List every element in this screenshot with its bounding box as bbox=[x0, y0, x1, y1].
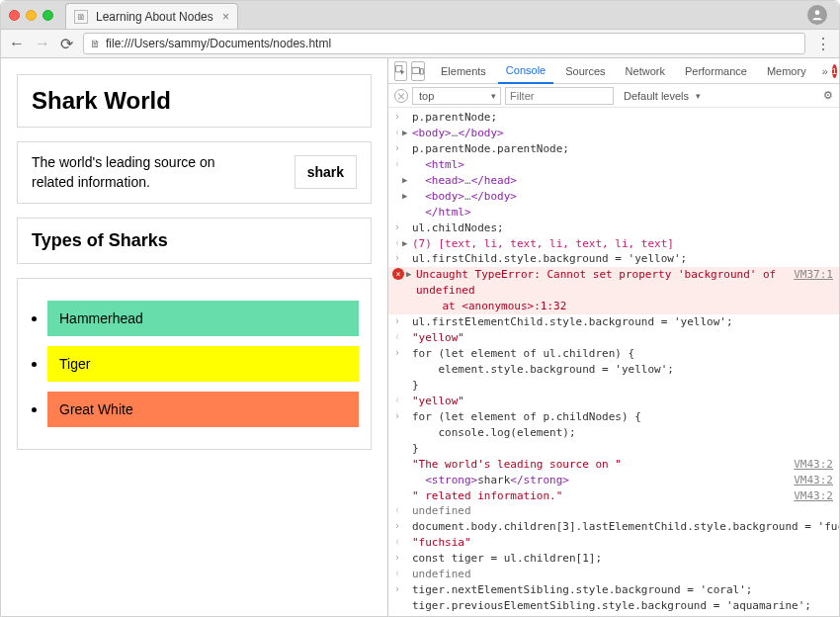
console-text: <strong>shark</strong> bbox=[412, 473, 786, 488]
console-text: "The world's leading source on " bbox=[412, 457, 786, 473]
expand-icon bbox=[402, 503, 412, 519]
page-icon: 🗎 bbox=[74, 10, 88, 24]
clear-console-icon[interactable] bbox=[394, 89, 408, 103]
titlebar: 🗎 Learning About Nodes × bbox=[1, 1, 839, 29]
output-marker-icon bbox=[392, 126, 402, 141]
console-row: ▶(7) [text, li, text, li, text, li, text… bbox=[388, 236, 839, 252]
console-row: p.parentNode.parentNode; bbox=[388, 141, 839, 157]
console-text: (7) [text, li, text, li, text, li, text] bbox=[412, 236, 833, 252]
file-icon: 🗎 bbox=[90, 38, 101, 49]
console-text: Uncaught TypeError: Cannot set property … bbox=[416, 267, 786, 314]
back-button[interactable]: ← bbox=[9, 35, 25, 52]
tab-title: Learning About Nodes bbox=[96, 10, 213, 24]
source-link[interactable]: VM43:2 bbox=[786, 488, 833, 504]
profile-avatar-icon[interactable] bbox=[807, 5, 827, 25]
strong-shark: shark bbox=[294, 155, 357, 189]
more-tabs-icon[interactable]: » bbox=[822, 65, 828, 77]
address-bar[interactable]: 🗎 file:///Users/sammy/Documents/nodes.ht… bbox=[83, 33, 805, 54]
expand-icon bbox=[402, 330, 412, 346]
expand-icon[interactable]: ▶ bbox=[406, 267, 416, 314]
console-row: ×▶Uncaught TypeError: Cannot set propert… bbox=[388, 267, 839, 314]
console-row: ▶<body>…</body> bbox=[388, 126, 839, 141]
input-marker-icon bbox=[392, 582, 402, 614]
device-toggle-icon[interactable] bbox=[411, 61, 425, 81]
console-settings-icon[interactable]: ⚙ bbox=[823, 89, 833, 102]
console-row: " related information."VM43:2 bbox=[388, 488, 839, 504]
toolbar: ← → ⟳ 🗎 file:///Users/sammy/Documents/no… bbox=[1, 29, 839, 58]
input-marker-icon bbox=[392, 314, 402, 330]
log-levels-selector[interactable]: Default levels bbox=[618, 87, 703, 105]
console-text: undefined bbox=[412, 503, 833, 519]
devtools-panel: ElementsConsoleSourcesNetworkPerformance… bbox=[388, 58, 839, 616]
expand-icon bbox=[402, 346, 412, 394]
svg-point-0 bbox=[815, 10, 820, 15]
console-row: tiger.nextElementSibling.style.backgroun… bbox=[388, 582, 839, 614]
input-marker-icon bbox=[392, 220, 402, 236]
error-count-badge[interactable]: 1 bbox=[832, 64, 837, 78]
console-text: "yellow" bbox=[412, 330, 833, 346]
rendered-page: Shark World The world's leading source o… bbox=[1, 58, 388, 616]
url-text: file:///Users/sammy/Documents/nodes.html bbox=[106, 37, 331, 50]
expand-icon[interactable]: ▶ bbox=[402, 126, 412, 141]
browser-menu-icon[interactable]: ⋮ bbox=[815, 35, 831, 53]
browser-tab[interactable]: 🗎 Learning About Nodes × bbox=[65, 3, 238, 29]
source-link[interactable]: VM43:2 bbox=[786, 473, 833, 488]
error-icon: × bbox=[392, 268, 404, 280]
expand-icon bbox=[402, 220, 412, 236]
page-heading: Shark World bbox=[32, 87, 357, 115]
source-link[interactable]: VM37:1 bbox=[786, 267, 833, 314]
console-row: "yellow" bbox=[388, 394, 839, 409]
console-row: <strong>shark</strong>VM43:2 bbox=[388, 473, 839, 488]
expand-icon[interactable]: ▶ bbox=[402, 236, 412, 252]
expand-icon bbox=[402, 473, 412, 488]
zoom-window-icon[interactable] bbox=[42, 10, 53, 21]
input-marker-icon bbox=[392, 346, 402, 394]
forward-button[interactable]: → bbox=[35, 35, 50, 52]
console-row: ▶ <head>…</head> bbox=[388, 173, 839, 189]
expand-icon bbox=[402, 251, 412, 267]
expand-icon bbox=[402, 110, 412, 126]
expand-icon bbox=[402, 409, 412, 457]
reload-button[interactable]: ⟳ bbox=[60, 35, 73, 53]
devtools-tab-network[interactable]: Network bbox=[618, 58, 673, 84]
console-row: "yellow" bbox=[388, 330, 839, 346]
expand-icon bbox=[402, 488, 412, 504]
expand-icon bbox=[402, 157, 412, 173]
devtools-tab-elements[interactable]: Elements bbox=[433, 58, 494, 84]
console-row: </html> bbox=[388, 205, 839, 220]
output-marker-icon bbox=[392, 394, 402, 409]
console-text: undefined bbox=[412, 567, 833, 582]
intro-paragraph: The world's leading source on related in… bbox=[32, 152, 285, 193]
element-picker-icon[interactable] bbox=[394, 61, 407, 81]
console-output[interactable]: p.parentNode;▶<body>…</body>p.parentNode… bbox=[388, 108, 839, 616]
console-text: "fuchsia" bbox=[412, 535, 833, 551]
blank-gutter bbox=[392, 173, 402, 189]
devtools-tab-sources[interactable]: Sources bbox=[557, 58, 613, 84]
context-selector[interactable]: top bbox=[412, 87, 501, 105]
minimize-window-icon[interactable] bbox=[26, 10, 37, 21]
devtools-tab-console[interactable]: Console bbox=[498, 58, 553, 84]
expand-icon[interactable]: ▶ bbox=[402, 189, 412, 205]
console-row: undefined bbox=[388, 567, 839, 582]
console-row: ▶ <body>…</body> bbox=[388, 189, 839, 205]
expand-icon[interactable]: ▶ bbox=[402, 173, 412, 189]
input-marker-icon bbox=[392, 141, 402, 157]
source-link[interactable]: VM43:2 bbox=[786, 457, 833, 473]
console-text: document.body.children[3].lastElementChi… bbox=[412, 519, 833, 535]
browser-window: 🗎 Learning About Nodes × ← → ⟳ 🗎 file://… bbox=[0, 0, 840, 617]
list-item: Hammerhead bbox=[47, 301, 359, 336]
filter-input[interactable] bbox=[505, 87, 614, 105]
console-row: ul.firstChild.style.background = 'yellow… bbox=[388, 251, 839, 267]
close-tab-icon[interactable]: × bbox=[222, 10, 229, 24]
console-text: <html> bbox=[412, 157, 833, 173]
console-text: tiger.nextElementSibling.style.backgroun… bbox=[412, 582, 833, 614]
output-marker-icon bbox=[392, 330, 402, 346]
console-row: <html> bbox=[388, 157, 839, 173]
expand-icon bbox=[402, 551, 412, 567]
close-window-icon[interactable] bbox=[9, 10, 20, 21]
console-filter-bar: top Default levels ⚙ bbox=[388, 84, 839, 108]
list-item-label: Great White bbox=[47, 392, 359, 427]
console-text: <body>…</body> bbox=[412, 189, 833, 205]
devtools-tab-memory[interactable]: Memory bbox=[759, 58, 814, 84]
devtools-tab-performance[interactable]: Performance bbox=[677, 58, 755, 84]
